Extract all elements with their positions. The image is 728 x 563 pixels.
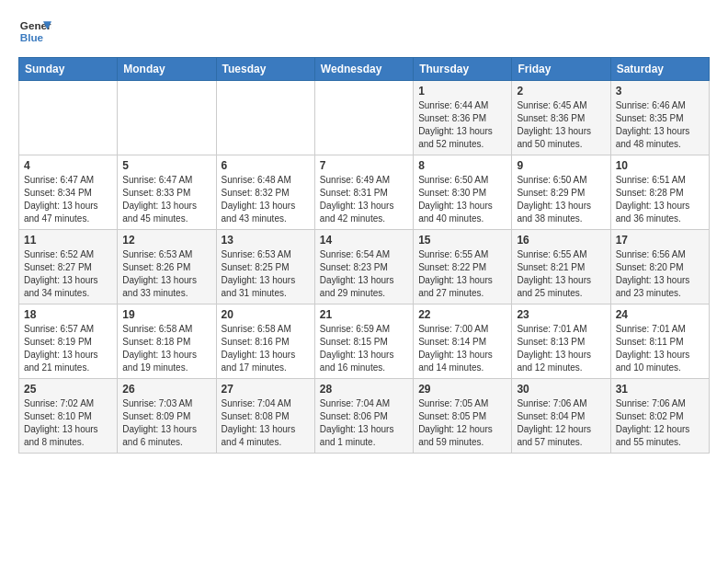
day-number: 19	[122, 308, 210, 321]
calendar-cell	[216, 81, 314, 155]
logo-icon: General Blue	[18, 15, 51, 48]
day-info: Sunrise: 6:53 AM Sunset: 8:26 PM Dayligh…	[122, 248, 210, 300]
calendar-cell: 13Sunrise: 6:53 AM Sunset: 8:25 PM Dayli…	[216, 230, 314, 304]
day-number: 1	[418, 85, 506, 98]
weekday-header-saturday: Saturday	[610, 58, 709, 81]
calendar-cell: 19Sunrise: 6:58 AM Sunset: 8:18 PM Dayli…	[118, 304, 216, 379]
calendar-cell: 16Sunrise: 6:55 AM Sunset: 8:21 PM Dayli…	[512, 230, 610, 304]
calendar-week-2: 4Sunrise: 6:47 AM Sunset: 8:34 PM Daylig…	[19, 155, 710, 230]
day-number: 29	[418, 383, 506, 396]
day-number: 20	[222, 308, 310, 321]
day-info: Sunrise: 7:04 AM Sunset: 8:08 PM Dayligh…	[222, 397, 310, 449]
day-info: Sunrise: 6:53 AM Sunset: 8:25 PM Dayligh…	[222, 248, 310, 300]
calendar-cell: 11Sunrise: 6:52 AM Sunset: 8:27 PM Dayli…	[19, 230, 118, 304]
day-info: Sunrise: 6:50 AM Sunset: 8:29 PM Dayligh…	[517, 174, 605, 225]
day-number: 12	[122, 234, 210, 247]
day-info: Sunrise: 7:02 AM Sunset: 8:10 PM Dayligh…	[24, 397, 112, 449]
day-number: 7	[320, 159, 408, 172]
day-number: 3	[616, 85, 704, 98]
calendar-cell: 18Sunrise: 6:57 AM Sunset: 8:19 PM Dayli…	[19, 304, 118, 379]
day-info: Sunrise: 6:46 AM Sunset: 8:35 PM Dayligh…	[616, 99, 704, 151]
day-info: Sunrise: 6:51 AM Sunset: 8:28 PM Dayligh…	[616, 174, 704, 225]
day-number: 31	[616, 383, 704, 396]
calendar-cell: 5Sunrise: 6:47 AM Sunset: 8:33 PM Daylig…	[118, 155, 216, 230]
day-number: 17	[616, 234, 704, 247]
day-info: Sunrise: 6:55 AM Sunset: 8:22 PM Dayligh…	[418, 248, 506, 300]
calendar-week-3: 11Sunrise: 6:52 AM Sunset: 8:27 PM Dayli…	[19, 230, 710, 304]
day-info: Sunrise: 6:58 AM Sunset: 8:16 PM Dayligh…	[222, 323, 310, 374]
day-number: 18	[24, 308, 112, 321]
calendar-cell	[19, 81, 118, 155]
calendar-table: SundayMondayTuesdayWednesdayThursdayFrid…	[18, 57, 710, 454]
day-number: 30	[517, 383, 605, 396]
day-number: 23	[517, 308, 605, 321]
day-number: 24	[616, 308, 704, 321]
day-number: 6	[222, 159, 310, 172]
day-number: 4	[24, 159, 112, 172]
calendar-cell: 1Sunrise: 6:44 AM Sunset: 8:36 PM Daylig…	[414, 81, 512, 155]
calendar-cell	[118, 81, 216, 155]
calendar-cell: 21Sunrise: 6:59 AM Sunset: 8:15 PM Dayli…	[314, 304, 413, 379]
calendar-cell: 31Sunrise: 7:06 AM Sunset: 8:02 PM Dayli…	[610, 379, 709, 454]
day-number: 22	[418, 308, 506, 321]
calendar-cell: 29Sunrise: 7:05 AM Sunset: 8:05 PM Dayli…	[414, 379, 512, 454]
calendar-cell: 25Sunrise: 7:02 AM Sunset: 8:10 PM Dayli…	[19, 379, 118, 454]
calendar-cell: 8Sunrise: 6:50 AM Sunset: 8:30 PM Daylig…	[414, 155, 512, 230]
day-number: 2	[517, 85, 605, 98]
weekday-header-tuesday: Tuesday	[216, 58, 314, 81]
day-number: 14	[320, 234, 408, 247]
day-info: Sunrise: 7:05 AM Sunset: 8:05 PM Dayligh…	[418, 397, 506, 449]
day-info: Sunrise: 7:06 AM Sunset: 8:02 PM Dayligh…	[616, 397, 704, 449]
day-number: 15	[418, 234, 506, 247]
day-info: Sunrise: 6:54 AM Sunset: 8:23 PM Dayligh…	[320, 248, 408, 300]
weekday-header-sunday: Sunday	[19, 58, 118, 81]
day-number: 5	[122, 159, 210, 172]
day-number: 25	[24, 383, 112, 396]
header: General Blue	[18, 15, 710, 48]
day-number: 16	[517, 234, 605, 247]
calendar-cell: 24Sunrise: 7:01 AM Sunset: 8:11 PM Dayli…	[610, 304, 709, 379]
day-info: Sunrise: 6:58 AM Sunset: 8:18 PM Dayligh…	[122, 323, 210, 374]
day-number: 28	[320, 383, 408, 396]
svg-text:Blue: Blue	[20, 31, 44, 43]
day-number: 13	[222, 234, 310, 247]
calendar-cell: 23Sunrise: 7:01 AM Sunset: 8:13 PM Dayli…	[512, 304, 610, 379]
calendar-cell: 17Sunrise: 6:56 AM Sunset: 8:20 PM Dayli…	[610, 230, 709, 304]
calendar-week-5: 25Sunrise: 7:02 AM Sunset: 8:10 PM Dayli…	[19, 379, 710, 454]
day-info: Sunrise: 6:47 AM Sunset: 8:33 PM Dayligh…	[122, 174, 210, 225]
day-info: Sunrise: 7:01 AM Sunset: 8:13 PM Dayligh…	[517, 323, 605, 374]
calendar-cell: 22Sunrise: 7:00 AM Sunset: 8:14 PM Dayli…	[414, 304, 512, 379]
day-info: Sunrise: 6:44 AM Sunset: 8:36 PM Dayligh…	[418, 99, 506, 151]
day-info: Sunrise: 6:50 AM Sunset: 8:30 PM Dayligh…	[418, 174, 506, 225]
weekday-header-wednesday: Wednesday	[314, 58, 413, 81]
day-info: Sunrise: 7:01 AM Sunset: 8:11 PM Dayligh…	[616, 323, 704, 374]
day-info: Sunrise: 7:00 AM Sunset: 8:14 PM Dayligh…	[418, 323, 506, 374]
calendar-cell: 6Sunrise: 6:48 AM Sunset: 8:32 PM Daylig…	[216, 155, 314, 230]
day-info: Sunrise: 6:49 AM Sunset: 8:31 PM Dayligh…	[320, 174, 408, 225]
day-info: Sunrise: 6:56 AM Sunset: 8:20 PM Dayligh…	[616, 248, 704, 300]
calendar-cell: 2Sunrise: 6:45 AM Sunset: 8:36 PM Daylig…	[512, 81, 610, 155]
calendar-cell: 4Sunrise: 6:47 AM Sunset: 8:34 PM Daylig…	[19, 155, 118, 230]
calendar-cell: 15Sunrise: 6:55 AM Sunset: 8:22 PM Dayli…	[414, 230, 512, 304]
calendar-cell: 14Sunrise: 6:54 AM Sunset: 8:23 PM Dayli…	[314, 230, 413, 304]
weekday-header-row: SundayMondayTuesdayWednesdayThursdayFrid…	[19, 58, 710, 81]
day-number: 21	[320, 308, 408, 321]
weekday-header-friday: Friday	[512, 58, 610, 81]
day-info: Sunrise: 7:03 AM Sunset: 8:09 PM Dayligh…	[122, 397, 210, 449]
calendar-cell: 28Sunrise: 7:04 AM Sunset: 8:06 PM Dayli…	[314, 379, 413, 454]
calendar-cell: 9Sunrise: 6:50 AM Sunset: 8:29 PM Daylig…	[512, 155, 610, 230]
calendar-cell: 10Sunrise: 6:51 AM Sunset: 8:28 PM Dayli…	[610, 155, 709, 230]
day-info: Sunrise: 7:04 AM Sunset: 8:06 PM Dayligh…	[320, 397, 408, 449]
day-info: Sunrise: 6:59 AM Sunset: 8:15 PM Dayligh…	[320, 323, 408, 374]
calendar-cell: 3Sunrise: 6:46 AM Sunset: 8:35 PM Daylig…	[610, 81, 709, 155]
day-info: Sunrise: 6:48 AM Sunset: 8:32 PM Dayligh…	[222, 174, 310, 225]
day-number: 10	[616, 159, 704, 172]
calendar-cell: 26Sunrise: 7:03 AM Sunset: 8:09 PM Dayli…	[118, 379, 216, 454]
logo: General Blue	[18, 15, 51, 48]
day-info: Sunrise: 6:55 AM Sunset: 8:21 PM Dayligh…	[517, 248, 605, 300]
day-number: 8	[418, 159, 506, 172]
weekday-header-monday: Monday	[118, 58, 216, 81]
day-number: 26	[122, 383, 210, 396]
calendar-cell: 30Sunrise: 7:06 AM Sunset: 8:04 PM Dayli…	[512, 379, 610, 454]
day-number: 27	[222, 383, 310, 396]
